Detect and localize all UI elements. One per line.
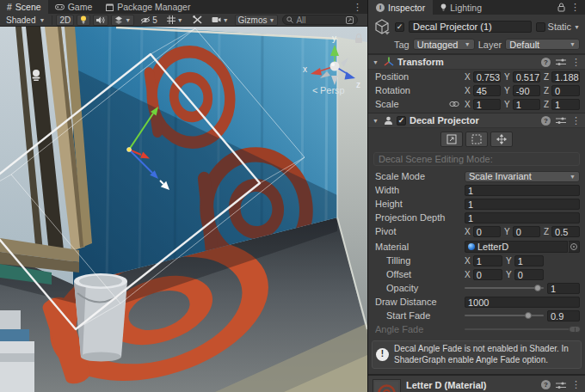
pivot-label: Pivot bbox=[375, 226, 461, 236]
decal-projector-header[interactable]: ▼ ✓ Decal Projector ? ⋮ bbox=[368, 113, 585, 128]
opacity-field[interactable]: 1 bbox=[547, 283, 580, 294]
scale-mode-dropdown[interactable]: Scale Invariant ▼ bbox=[465, 171, 580, 182]
tab-lighting-label: Lighting bbox=[450, 3, 482, 13]
help-icon[interactable]: ? bbox=[541, 116, 551, 126]
lighting-toggle[interactable] bbox=[77, 15, 90, 26]
help-icon[interactable]: ? bbox=[541, 380, 551, 389]
draw-mode-dropdown[interactable]: Shaded ▼ bbox=[3, 15, 48, 26]
decal-projector-enabled-checkbox[interactable]: ✓ bbox=[397, 116, 406, 126]
object-picker-button[interactable] bbox=[568, 241, 580, 253]
hidden-count: 5 bbox=[152, 15, 157, 25]
draw-distance-field[interactable]: 1000 bbox=[465, 297, 580, 308]
foldout-icon[interactable]: ▼ bbox=[373, 59, 380, 65]
rotation-row: Rotation X45 Y-90 Z0 bbox=[368, 83, 585, 97]
help-icon[interactable]: ? bbox=[541, 58, 551, 67]
axis-x: X bbox=[465, 227, 471, 236]
axis-y: Y bbox=[504, 86, 510, 95]
scale-mode-value: Scale Invariant bbox=[469, 171, 532, 181]
tab-lighting[interactable]: Lighting bbox=[433, 0, 490, 15]
tab-game-label: Game bbox=[68, 2, 93, 12]
scale-z-field[interactable]: 1 bbox=[551, 99, 580, 110]
opacity-slider[interactable] bbox=[465, 283, 544, 293]
2d-toggle[interactable]: 2D bbox=[56, 15, 74, 26]
effects-toggle[interactable]: ▼ bbox=[111, 15, 134, 26]
position-z-field[interactable]: 1.188 bbox=[551, 71, 580, 83]
tag-value: Untagged bbox=[417, 40, 459, 50]
scene-tab-menu[interactable]: ⋮ bbox=[348, 0, 367, 14]
pivot-z-field[interactable]: 0.5 bbox=[551, 226, 580, 237]
target-icon bbox=[570, 243, 577, 250]
height-field[interactable]: 1 bbox=[465, 199, 580, 210]
chevron-down-icon: ▼ bbox=[570, 41, 576, 47]
material-object-field[interactable]: LetterD bbox=[465, 241, 568, 253]
presets-icon[interactable] bbox=[556, 116, 566, 125]
tilling-y-field[interactable]: 1 bbox=[514, 255, 544, 266]
gizmo-center-sphere[interactable] bbox=[330, 62, 340, 71]
gizmos-dropdown[interactable]: Gizmos ▼ bbox=[235, 15, 279, 26]
grid-visibility-toggle[interactable]: ▼ bbox=[163, 15, 187, 26]
warning-text: Decal Angle Fade is not enabled in Shade… bbox=[394, 344, 576, 365]
position-y-field[interactable]: 0.517 bbox=[513, 71, 540, 83]
opacity-row: Opacity 1 bbox=[368, 281, 585, 295]
offset-y-field[interactable]: 0 bbox=[514, 269, 544, 280]
pivot-x-field[interactable]: 0 bbox=[473, 226, 501, 237]
axis-x: X bbox=[465, 256, 471, 266]
scale-mode-button[interactable] bbox=[440, 132, 463, 147]
presets-icon[interactable] bbox=[556, 381, 566, 389]
tab-inspector[interactable]: i Inspector bbox=[368, 0, 433, 15]
gameobject-cube-icon[interactable] bbox=[373, 18, 391, 35]
width-field[interactable]: 1 bbox=[465, 185, 580, 196]
axis-y: Y bbox=[504, 72, 510, 82]
presets-icon[interactable] bbox=[556, 58, 566, 66]
static-dropdown-caret[interactable]: ▼ bbox=[574, 24, 580, 30]
position-x-field[interactable]: 0.753 bbox=[473, 71, 501, 83]
tab-scene[interactable]: # Scene bbox=[0, 0, 48, 14]
gamepad-icon bbox=[55, 3, 65, 10]
letter-d-preview bbox=[375, 382, 398, 392]
scene-3d-viewport[interactable]: y x z < Persp bbox=[0, 27, 367, 392]
layer-dropdown[interactable]: Default ▼ bbox=[505, 39, 580, 50]
persp-arrow: < bbox=[312, 85, 317, 95]
gameobject-name-field[interactable]: Decal Projector (1) bbox=[409, 21, 532, 33]
toolbar-divider bbox=[52, 15, 52, 25]
scale-y-field[interactable]: 1 bbox=[513, 99, 540, 110]
static-checkbox[interactable] bbox=[536, 22, 545, 32]
lock-icon[interactable] bbox=[557, 3, 565, 12]
scale-x-field[interactable]: 1 bbox=[473, 99, 501, 110]
start-fade-field[interactable]: 0.9 bbox=[547, 310, 580, 322]
scene-tab-bar: # Scene Game Package Manager ⋮ bbox=[0, 0, 367, 14]
gizmo-center[interactable] bbox=[127, 148, 132, 152]
tab-game[interactable]: Game bbox=[48, 0, 100, 14]
rotation-x-field[interactable]: 45 bbox=[473, 85, 501, 96]
height-label: Height bbox=[375, 199, 461, 209]
move-cross-icon bbox=[496, 134, 507, 144]
camera-settings-button[interactable]: ▼ bbox=[208, 15, 232, 26]
tag-dropdown[interactable]: Untagged ▼ bbox=[413, 39, 475, 50]
offset-x-field[interactable]: 0 bbox=[473, 269, 502, 280]
gameobject-enabled-checkbox[interactable]: ✓ bbox=[395, 22, 404, 32]
audio-toggle[interactable] bbox=[93, 15, 108, 26]
tilling-x-field[interactable]: 1 bbox=[473, 255, 502, 266]
material-thumbnail[interactable] bbox=[373, 379, 401, 392]
hidden-objects-toggle[interactable]: 5 bbox=[137, 15, 161, 26]
component-menu[interactable]: ⋮ bbox=[571, 115, 581, 126]
inspector-menu[interactable]: ⋮ bbox=[570, 2, 580, 13]
transform-header[interactable]: ▼ Transform ? ⋮ bbox=[368, 54, 585, 70]
pixel-select-icon[interactable] bbox=[346, 16, 354, 24]
crop-mode-button[interactable] bbox=[465, 132, 488, 147]
component-tools-button[interactable] bbox=[189, 15, 206, 26]
component-menu[interactable]: ⋮ bbox=[571, 57, 581, 68]
link-icon[interactable] bbox=[449, 101, 459, 107]
start-fade-slider[interactable] bbox=[465, 310, 544, 321]
rotation-y-field[interactable]: -90 bbox=[513, 85, 540, 96]
projection-depth-field[interactable]: 1 bbox=[465, 212, 580, 224]
pivot-move-button[interactable] bbox=[490, 132, 513, 147]
rotation-z-field[interactable]: 0 bbox=[551, 85, 580, 96]
scene-search-input[interactable]: All bbox=[282, 15, 358, 25]
tab-package-manager[interactable]: Package Manager bbox=[99, 0, 197, 14]
pivot-y-field[interactable]: 0 bbox=[513, 226, 540, 237]
persp-label[interactable]: Persp bbox=[320, 85, 345, 95]
component-menu[interactable]: ⋮ bbox=[571, 379, 581, 390]
foldout-icon[interactable]: ▼ bbox=[373, 118, 380, 124]
height-row: Height 1 bbox=[368, 197, 585, 211]
